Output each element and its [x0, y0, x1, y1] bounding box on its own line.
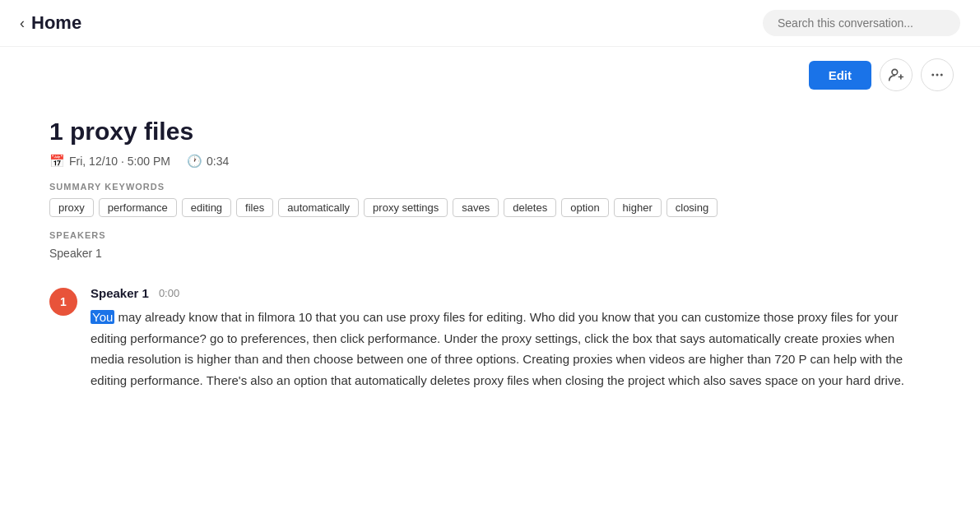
- svg-point-4: [936, 74, 939, 76]
- clock-icon: 🕐: [187, 154, 202, 169]
- search-input[interactable]: [763, 10, 960, 36]
- conversation-duration: 0:34: [207, 155, 229, 168]
- keyword-tag: automatically: [278, 198, 359, 217]
- transcript-content: may already know that in filmora 10 that…: [91, 310, 904, 387]
- transcript-section: 1 Speaker 1 0:00 You may already know th…: [49, 286, 931, 391]
- keyword-tag: proxy: [49, 198, 94, 217]
- keywords-label: SUMMARY KEYWORDS: [49, 182, 931, 192]
- speaker-name: Speaker 1: [49, 247, 931, 260]
- keyword-tag: deletes: [504, 198, 556, 217]
- keyword-tag: editing: [182, 198, 231, 217]
- back-navigation[interactable]: ‹ Home: [20, 12, 81, 34]
- more-options-icon: [930, 67, 945, 82]
- keyword-tag: saves: [453, 198, 499, 217]
- header: ‹ Home: [0, 0, 980, 47]
- calendar-icon: 📅: [49, 154, 65, 169]
- conversation-title: 1 proxy files: [49, 118, 931, 146]
- keyword-tag: files: [236, 198, 273, 217]
- transcript-timestamp: 0:00: [159, 287, 179, 299]
- keyword-tag: closing: [666, 198, 718, 217]
- keywords-row: proxyperformanceeditingfilesautomaticall…: [49, 198, 931, 217]
- meta-row: 📅 Fri, 12/10 · 5:00 PM 🕐 0:34: [49, 154, 931, 169]
- highlighted-word: You: [91, 310, 114, 324]
- header-right: [763, 10, 960, 36]
- date-meta: 📅 Fri, 12/10 · 5:00 PM: [49, 154, 170, 169]
- svg-point-5: [941, 74, 943, 76]
- add-person-icon: [888, 67, 904, 83]
- keywords-section: SUMMARY KEYWORDS proxyperformanceediting…: [49, 182, 931, 217]
- edit-button[interactable]: Edit: [809, 61, 871, 90]
- svg-point-0: [892, 69, 898, 75]
- keyword-tag: performance: [99, 198, 177, 217]
- toolbar: Edit: [0, 47, 980, 98]
- speakers-label: SPEAKERS: [49, 230, 931, 240]
- keyword-tag: option: [561, 198, 608, 217]
- transcript-header: Speaker 1 0:00: [91, 286, 931, 300]
- back-chevron-icon: ‹: [20, 16, 25, 30]
- speakers-section: SPEAKERS Speaker 1: [49, 230, 931, 260]
- keyword-tag: proxy settings: [364, 198, 448, 217]
- add-person-button[interactable]: [880, 58, 913, 91]
- transcript-speaker-name: Speaker 1: [91, 286, 149, 300]
- svg-point-3: [931, 74, 934, 76]
- transcript-body: Speaker 1 0:00 You may already know that…: [91, 286, 931, 391]
- more-options-button[interactable]: [921, 58, 954, 91]
- keyword-tag: higher: [614, 198, 662, 217]
- transcript-text: You may already know that in filmora 10 …: [91, 307, 931, 391]
- conversation-date: Fri, 12/10 · 5:00 PM: [69, 155, 170, 168]
- duration-meta: 🕐 0:34: [187, 154, 229, 169]
- speaker-badge: 1: [49, 288, 77, 316]
- main-content: 1 proxy files 📅 Fri, 12/10 · 5:00 PM 🕐 0…: [0, 98, 980, 430]
- transcript-entry: 1 Speaker 1 0:00 You may already know th…: [49, 286, 931, 391]
- home-title: Home: [31, 12, 81, 34]
